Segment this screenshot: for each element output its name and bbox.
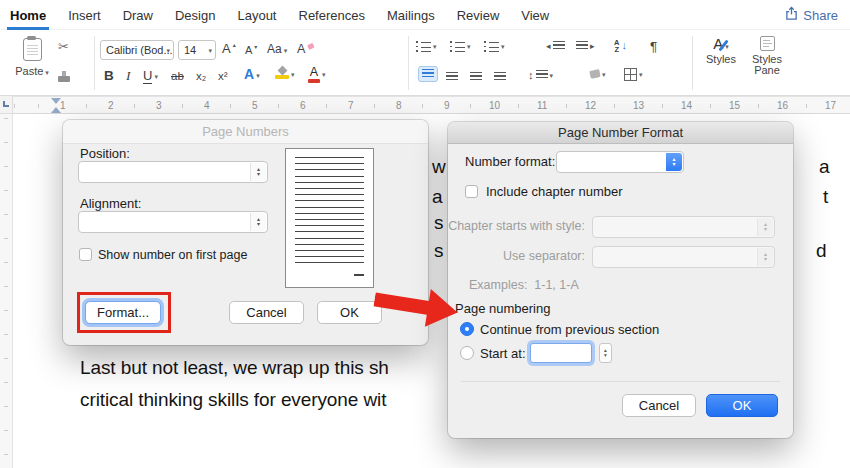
- sort-button[interactable]: AZ ↓: [614, 37, 627, 53]
- decrease-indent-button[interactable]: ◂: [546, 38, 565, 54]
- include-chapter-checkbox[interactable]: [465, 185, 478, 198]
- page-number-format-dialog: Page Number Format Number format: 1, 2, …: [448, 122, 793, 438]
- tab-view[interactable]: View: [521, 8, 549, 23]
- increase-indent-button[interactable]: ▸: [576, 38, 595, 54]
- italic-button[interactable]: I: [126, 68, 131, 83]
- cut-button[interactable]: ✂: [58, 39, 69, 54]
- document-fragment: w: [432, 156, 446, 178]
- number-format-dropdown[interactable]: 1, 2, 3, ... ▴▾: [556, 151, 684, 173]
- tab-insert[interactable]: Insert: [68, 8, 101, 23]
- tab-references[interactable]: References: [299, 8, 365, 23]
- styles-pane-button[interactable]: Styles Pane: [744, 36, 790, 76]
- bold-button[interactable]: B: [104, 68, 114, 83]
- chevron-down-icon: ▾: [550, 71, 554, 80]
- bullet-list-button[interactable]: ▾: [416, 38, 437, 52]
- show-number-first-page-label: Show number on first page: [98, 248, 247, 262]
- numbered-list-button[interactable]: ▾: [450, 38, 471, 52]
- font-size-value: 14: [184, 44, 196, 56]
- chevron-down-icon: ▾: [208, 46, 212, 55]
- start-at-input[interactable]: [530, 343, 592, 363]
- chapter-style-dropdown: Heading 1 ▴▾: [592, 216, 775, 238]
- font-color-button[interactable]: A ▾: [308, 66, 326, 83]
- tab-design[interactable]: Design: [175, 8, 215, 23]
- chevron-down-icon: ▾: [166, 46, 170, 55]
- alignment-label: Alignment:: [80, 196, 141, 211]
- subscript-glyph: x₂: [196, 69, 206, 84]
- subscript-button[interactable]: x₂: [196, 69, 206, 84]
- clear-format-button[interactable]: A: [297, 42, 313, 57]
- font-size-combo[interactable]: 14 ▾: [178, 40, 216, 60]
- ruler-ticks: [4, 118, 8, 464]
- start-at-stepper[interactable]: ▴▾: [599, 343, 612, 363]
- change-case-glyph: Aa: [267, 42, 282, 57]
- grow-font-button[interactable]: A ▴: [222, 41, 236, 56]
- ribbon: Paste ▾ ✂ Calibri (Bod... ▾ 14 ▾ A ▴ A ▾…: [0, 30, 850, 96]
- shrink-font-button[interactable]: A ▾: [245, 43, 257, 58]
- tab-stop-selector[interactable]: [0, 96, 13, 114]
- cancel-button[interactable]: Cancel: [622, 394, 696, 417]
- line-spacing-button[interactable]: ↕ ▾: [528, 67, 553, 83]
- arrow-down-icon: ▾: [254, 43, 257, 50]
- share-button[interactable]: Share: [785, 5, 838, 25]
- ok-button[interactable]: OK: [706, 394, 778, 417]
- left-indent-marker[interactable]: [51, 107, 61, 113]
- change-case-button[interactable]: Aa ▾: [267, 42, 287, 57]
- start-at-radio[interactable]: [460, 346, 474, 360]
- borders-button[interactable]: ▾: [624, 66, 643, 81]
- chevron-down-icon: ▾: [154, 72, 158, 81]
- cancel-button[interactable]: Cancel: [229, 301, 304, 324]
- ruler-number: 3: [154, 99, 164, 112]
- lines-icon: [536, 70, 548, 80]
- font-name-combo[interactable]: Calibri (Bod... ▾: [100, 40, 174, 60]
- continue-from-previous-label: Continue from previous section: [480, 322, 659, 337]
- chevron-down-icon: ▾: [602, 70, 606, 79]
- align-right-button[interactable]: [470, 69, 482, 82]
- justify-button[interactable]: [494, 69, 506, 82]
- alignment-dropdown[interactable]: Right ▴▾: [78, 211, 268, 233]
- italic-glyph: I: [126, 68, 131, 83]
- tab-review[interactable]: Review: [457, 8, 500, 23]
- share-icon: [785, 6, 798, 24]
- ruler-ticks: [14, 104, 844, 108]
- format-painter-button[interactable]: [58, 71, 70, 82]
- underline-button[interactable]: U ▾: [143, 68, 158, 84]
- scissors-icon: ✂: [58, 39, 69, 54]
- document-fragment: a: [432, 186, 442, 208]
- show-number-first-page-checkbox[interactable]: [79, 248, 92, 261]
- tab-home[interactable]: Home: [10, 8, 46, 23]
- ruler-number: 2: [106, 99, 116, 112]
- document-fragment: t: [823, 186, 828, 208]
- clipboard-icon: [23, 38, 42, 61]
- highlighter-icon: [275, 66, 289, 79]
- text-effects-button[interactable]: A ▾: [244, 67, 260, 82]
- tab-draw[interactable]: Draw: [123, 8, 153, 23]
- group-separator: [408, 36, 409, 90]
- document-fragment: a: [819, 156, 829, 178]
- tab-stop-icon: [3, 101, 9, 107]
- align-center-icon: [446, 72, 458, 82]
- group-separator: [692, 36, 693, 90]
- divider: [461, 381, 780, 382]
- dropdown-stepper-icon: ▴▾: [757, 248, 773, 266]
- styles-button[interactable]: A ▾ Styles: [700, 36, 742, 65]
- tab-layout[interactable]: Layout: [237, 8, 276, 23]
- strikethrough-button[interactable]: ab: [171, 69, 184, 84]
- chevron-down-icon: ▾: [639, 70, 643, 79]
- paste-button[interactable]: Paste ▾: [10, 36, 54, 77]
- continue-from-previous-radio[interactable]: [460, 322, 474, 336]
- show-paragraph-marks-button[interactable]: ¶: [650, 39, 657, 54]
- align-center-button[interactable]: [446, 69, 458, 82]
- tab-mailings[interactable]: Mailings: [387, 8, 435, 23]
- styles-pane-label: Styles Pane: [745, 54, 789, 76]
- highlight-color-button[interactable]: ▾: [275, 66, 295, 79]
- position-dropdown[interactable]: Bottom of page (Footer) ▴▾: [78, 161, 268, 183]
- shading-button[interactable]: ▾: [590, 66, 606, 79]
- align-left-icon: [418, 66, 438, 82]
- superscript-button[interactable]: x²: [218, 69, 228, 84]
- chapter-style-label: Chapter starts with style:: [448, 219, 585, 233]
- number-format-label: Number format:: [465, 154, 555, 169]
- multilevel-list-button[interactable]: ▾: [484, 38, 505, 52]
- align-left-button[interactable]: [418, 66, 438, 82]
- first-line-indent-marker[interactable]: [51, 98, 61, 104]
- paste-label: Paste: [15, 65, 43, 77]
